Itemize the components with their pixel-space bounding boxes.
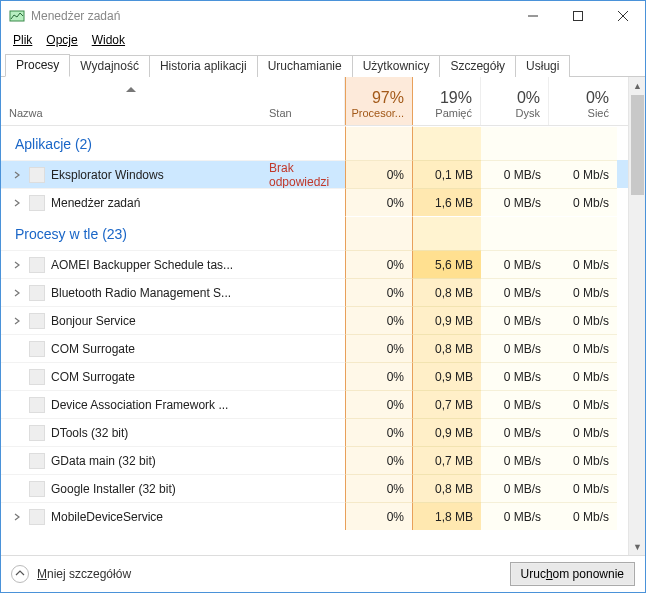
cell-name[interactable]: Device Association Framework ...: [1, 390, 261, 418]
process-row[interactable]: Menedżer zadań0%1,6 MB0 MB/s0 Mb/s: [1, 188, 628, 216]
cell-mem: 5,6 MB: [413, 250, 481, 278]
cell-name[interactable]: Bluetooth Radio Management S...: [1, 278, 261, 306]
cell-net: 0 Mb/s: [549, 306, 617, 334]
col-header-memory[interactable]: 19% Pamięć: [413, 77, 481, 125]
cell-mem: 0,7 MB: [413, 390, 481, 418]
cell-disk: 0 MB/s: [481, 362, 549, 390]
process-row[interactable]: Device Association Framework ...0%0,7 MB…: [1, 390, 628, 418]
tab-historia-aplikacji[interactable]: Historia aplikacji: [149, 55, 258, 77]
cell-status: [261, 188, 345, 216]
vertical-scrollbar[interactable]: ▲ ▼: [628, 77, 645, 555]
cell-disk: 0 MB/s: [481, 502, 549, 530]
scroll-down-arrow[interactable]: ▼: [629, 538, 646, 555]
process-row[interactable]: GData main (32 bit)0%0,7 MB0 MB/s0 Mb/s: [1, 446, 628, 474]
menu-options[interactable]: Opcje: [40, 32, 83, 48]
expand-chevron-icon: [11, 483, 23, 495]
process-icon: [29, 509, 45, 525]
cell-cpu: 0%: [345, 446, 413, 474]
process-icon: [29, 313, 45, 329]
cell-name[interactable]: AOMEI Backupper Schedule tas...: [1, 250, 261, 278]
scroll-thumb[interactable]: [631, 95, 644, 195]
cell-status: Brak odpowiedzi: [261, 160, 345, 188]
process-row[interactable]: Bonjour Service0%0,9 MB0 MB/s0 Mb/s: [1, 306, 628, 334]
process-row[interactable]: Google Installer (32 bit)0%0,8 MB0 MB/s0…: [1, 474, 628, 502]
col-header-network[interactable]: 0% Sieć: [549, 77, 617, 125]
process-row[interactable]: COM Surrogate0%0,8 MB0 MB/s0 Mb/s: [1, 334, 628, 362]
cell-mem: 0,8 MB: [413, 334, 481, 362]
process-rows[interactable]: Aplikacje (2)Eksplorator WindowsBrak odp…: [1, 126, 628, 555]
cell-name[interactable]: DTools (32 bit): [1, 418, 261, 446]
expand-chevron-icon[interactable]: [11, 169, 23, 181]
process-name: COM Surrogate: [51, 342, 135, 356]
cell-name[interactable]: Menedżer zadań: [1, 188, 261, 216]
expand-chevron-icon[interactable]: [11, 197, 23, 209]
cell-name[interactable]: Eksplorator Windows: [1, 160, 261, 188]
expand-chevron-icon[interactable]: [11, 315, 23, 327]
expand-chevron-icon: [11, 455, 23, 467]
menu-view[interactable]: Widok: [86, 32, 131, 48]
process-row[interactable]: MobileDeviceService0%1,8 MB0 MB/s0 Mb/s: [1, 502, 628, 530]
process-row[interactable]: DTools (32 bit)0%0,9 MB0 MB/s0 Mb/s: [1, 418, 628, 446]
maximize-button[interactable]: [555, 1, 600, 31]
cell-cpu: 0%: [345, 188, 413, 216]
process-icon: [29, 453, 45, 469]
cell-cpu: 0%: [345, 250, 413, 278]
cell-disk: 0 MB/s: [481, 390, 549, 418]
titlebar[interactable]: Menedżer zadań: [1, 1, 645, 31]
restart-button[interactable]: Uruchom ponownie: [510, 562, 635, 586]
cell-status: [261, 418, 345, 446]
scroll-up-arrow[interactable]: ▲: [629, 77, 646, 94]
process-row[interactable]: Eksplorator WindowsBrak odpowiedzi0%0,1 …: [1, 160, 628, 188]
fewer-details-label[interactable]: Mniej szczegółów: [37, 567, 131, 581]
minimize-button[interactable]: [510, 1, 555, 31]
cell-disk: 0 MB/s: [481, 334, 549, 362]
cell-net: 0 Mb/s: [549, 334, 617, 362]
close-button[interactable]: [600, 1, 645, 31]
cell-name[interactable]: Google Installer (32 bit): [1, 474, 261, 502]
process-name: MobileDeviceService: [51, 510, 163, 524]
cell-name[interactable]: MobileDeviceService: [1, 502, 261, 530]
expand-chevron-icon: [11, 399, 23, 411]
cell-name[interactable]: Bonjour Service: [1, 306, 261, 334]
cell-disk: 0 MB/s: [481, 418, 549, 446]
tab-uruchamianie[interactable]: Uruchamianie: [257, 55, 353, 77]
process-name: Google Installer (32 bit): [51, 482, 176, 496]
tab-wydajność[interactable]: Wydajność: [69, 55, 150, 77]
col-header-disk[interactable]: 0% Dysk: [481, 77, 549, 125]
menu-file[interactable]: Plik: [7, 32, 38, 48]
svg-rect-0: [10, 11, 24, 21]
tab-usługi[interactable]: Usługi: [515, 55, 570, 77]
section-title: Aplikacje (2): [1, 126, 345, 160]
process-row[interactable]: COM Surrogate0%0,9 MB0 MB/s0 Mb/s: [1, 362, 628, 390]
menubar: Plik Opcje Widok: [1, 31, 645, 51]
cell-name[interactable]: GData main (32 bit): [1, 446, 261, 474]
cell-net: 0 Mb/s: [549, 446, 617, 474]
process-name: DTools (32 bit): [51, 426, 128, 440]
window-title: Menedżer zadań: [31, 9, 120, 23]
expand-chevron-icon[interactable]: [11, 259, 23, 271]
fewer-details-toggle[interactable]: [11, 565, 29, 583]
section-header: Procesy w tle (23): [1, 216, 628, 250]
process-row[interactable]: AOMEI Backupper Schedule tas...0%5,6 MB0…: [1, 250, 628, 278]
cell-status: [261, 474, 345, 502]
col-header-cpu[interactable]: 97% Procesor...: [345, 77, 413, 125]
expand-chevron-icon[interactable]: [11, 287, 23, 299]
cell-name[interactable]: COM Surrogate: [1, 362, 261, 390]
cell-disk: 0 MB/s: [481, 306, 549, 334]
cell-mem: 1,8 MB: [413, 502, 481, 530]
expand-chevron-icon[interactable]: [11, 511, 23, 523]
cell-status: [261, 250, 345, 278]
cell-mem: 0,1 MB: [413, 160, 481, 188]
column-headers: Nazwa Stan 97% Procesor... 19% Pamięć 0%…: [1, 77, 628, 126]
process-row[interactable]: Bluetooth Radio Management S...0%0,8 MB0…: [1, 278, 628, 306]
cell-name[interactable]: COM Surrogate: [1, 334, 261, 362]
process-name: GData main (32 bit): [51, 454, 156, 468]
process-icon: [29, 369, 45, 385]
cell-cpu: 0%: [345, 278, 413, 306]
tab-szczegóły[interactable]: Szczegóły: [439, 55, 516, 77]
col-header-status[interactable]: Stan: [261, 77, 345, 125]
col-header-name[interactable]: Nazwa: [1, 77, 261, 125]
tab-procesy[interactable]: Procesy: [5, 54, 70, 77]
tab-użytkownicy[interactable]: Użytkownicy: [352, 55, 441, 77]
cell-mem: 0,8 MB: [413, 278, 481, 306]
